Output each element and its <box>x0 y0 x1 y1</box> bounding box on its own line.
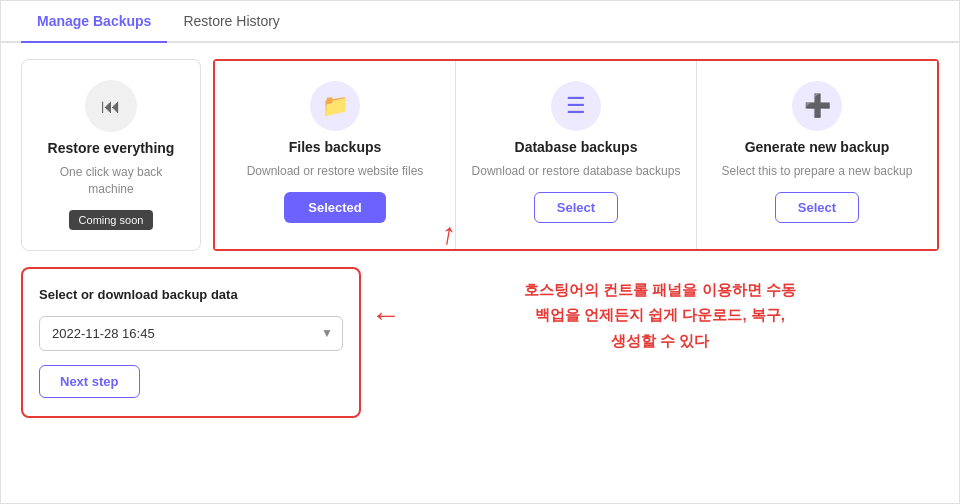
database-backups-title: Database backups <box>515 139 638 155</box>
restore-everything-desc: One click way back machine <box>38 164 184 198</box>
main-content: ⏮ Restore everything One click way back … <box>1 43 959 503</box>
database-backups-select-button[interactable]: Select <box>534 192 618 223</box>
card-generate-new-backup: ➕ Generate new backup Select this to pre… <box>697 61 937 249</box>
database-icon: ☰ <box>551 81 601 131</box>
generate-backup-select-button[interactable]: Select <box>775 192 859 223</box>
card-database-backups: ☰ Database backups Download or restore d… <box>456 61 697 249</box>
tab-restore-history[interactable]: Restore History <box>167 1 295 43</box>
page-container: Manage Backups Restore History ⏮ Restore… <box>0 0 960 504</box>
coming-soon-badge: Coming soon <box>69 210 154 230</box>
select-download-title: Select or download backup data <box>39 287 343 302</box>
tabs-bar: Manage Backups Restore History <box>1 1 959 43</box>
generate-backup-desc: Select this to prepare a new backup <box>722 163 913 180</box>
files-backups-title: Files backups <box>289 139 382 155</box>
card-files-backups: 📁 Files backups Download or restore webs… <box>215 61 456 249</box>
files-icon: 📁 <box>310 81 360 131</box>
select-download-box: Select or download backup data 2022-11-2… <box>21 267 361 418</box>
red-border-group: 📁 Files backups Download or restore webs… <box>213 59 939 251</box>
annotation-area: ↑ ← 호스팅어의 컨트롤 패널을 이용하면 수동백업을 언제든지 쉽게 다운로… <box>381 267 939 364</box>
annotation-text: 호스팅어의 컨트롤 패널을 이용하면 수동백업을 언제든지 쉽게 다운로드, 복… <box>401 277 919 354</box>
backup-date-dropdown-wrapper: 2022-11-28 16:45 ▼ <box>39 316 343 351</box>
tab-manage-backups[interactable]: Manage Backups <box>21 1 167 43</box>
generate-icon: ➕ <box>792 81 842 131</box>
backup-date-select[interactable]: 2022-11-28 16:45 <box>39 316 343 351</box>
files-backups-desc: Download or restore website files <box>247 163 424 180</box>
card-restore-everything: ⏮ Restore everything One click way back … <box>21 59 201 251</box>
restore-everything-title: Restore everything <box>48 140 175 156</box>
generate-backup-title: Generate new backup <box>745 139 890 155</box>
next-step-button[interactable]: Next step <box>39 365 140 398</box>
rewind-icon: ⏮ <box>85 80 137 132</box>
database-backups-desc: Download or restore database backups <box>472 163 681 180</box>
cards-row: ⏮ Restore everything One click way back … <box>21 59 939 251</box>
files-backups-selected-button[interactable]: Selected <box>284 192 385 223</box>
bottom-section: Select or download backup data 2022-11-2… <box>21 267 939 418</box>
arrow-left-icon: ← <box>371 298 401 332</box>
